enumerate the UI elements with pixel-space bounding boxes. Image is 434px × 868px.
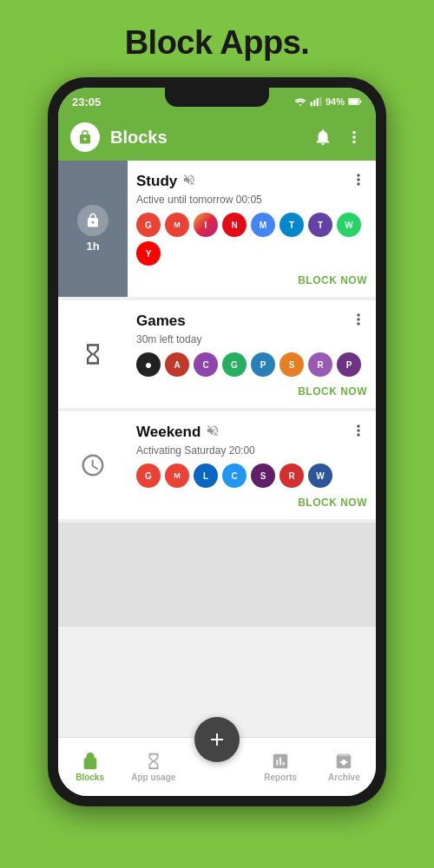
study-mute-icon	[182, 173, 196, 190]
app-bar-actions	[313, 128, 364, 147]
weekend-app-icons: G M L C S R W	[136, 464, 367, 488]
games-title: Games	[136, 312, 186, 330]
app-icon-game1: ●	[136, 352, 161, 377]
app-icon-chrome: G	[136, 213, 161, 237]
phone-notch	[165, 88, 269, 107]
app-icon-gdrive: G	[136, 464, 161, 488]
study-card: 1h Study Active until	[58, 161, 376, 297]
games-block-now-row: BLOCK NOW	[136, 382, 367, 401]
app-icon-game7: R	[308, 352, 332, 377]
app-icon-instagram: I	[194, 213, 218, 237]
weekend-card-left	[58, 411, 128, 519]
app-icon-youtube: Y	[136, 241, 161, 266]
app-icon-slack: S	[251, 464, 275, 488]
weekend-card-right: Weekend Activating Saturday 20:00 G M	[128, 411, 376, 519]
weekend-clock-icon	[77, 450, 108, 481]
wifi-icon	[294, 96, 306, 107]
study-card-header: Study	[136, 171, 367, 192]
app-icon-game5: P	[251, 352, 275, 377]
app-icon-gmail2: M	[165, 464, 189, 488]
weekend-title: Weekend	[136, 424, 201, 441]
study-card-left: 1h	[58, 161, 128, 297]
weekend-title-row: Weekend	[136, 424, 220, 441]
study-card-right: Study Active until tomorrow 00:05 G M	[128, 161, 376, 297]
games-hourglass-icon	[77, 339, 108, 370]
battery-text: 94%	[326, 96, 345, 107]
study-subtitle: Active until tomorrow 00:05	[136, 194, 367, 206]
app-bar-lock-icon	[70, 122, 100, 152]
nav-app-usage[interactable]: App usage	[122, 738, 185, 796]
weekend-subtitle: Activating Saturday 20:00	[136, 444, 367, 457]
status-icons: 94%	[294, 96, 362, 107]
app-icon-twitch: T	[308, 213, 332, 237]
games-title-row: Games	[136, 312, 186, 330]
app-icon-game6: S	[279, 352, 304, 377]
nav-reports-label: Reports	[264, 773, 297, 782]
weekend-mute-icon	[206, 424, 220, 441]
nav-archive[interactable]: Archive	[312, 738, 376, 796]
app-bar-title: Blocks	[110, 128, 303, 148]
games-more-icon[interactable]	[350, 311, 367, 332]
weekend-block-now-button[interactable]: BLOCK NOW	[298, 493, 367, 512]
nav-blocks-label: Blocks	[76, 773, 104, 782]
app-icon-game4: G	[222, 352, 247, 377]
app-icon-linkedin: L	[194, 464, 218, 488]
app-icon-game2: A	[165, 352, 189, 377]
weekend-more-icon[interactable]	[350, 422, 367, 443]
games-card-left	[58, 300, 128, 408]
games-card: Games 30m left today ● A C G P S	[58, 300, 376, 408]
nav-reports[interactable]: Reports	[249, 738, 312, 796]
battery-icon	[348, 96, 362, 107]
svg-rect-1	[313, 100, 315, 106]
app-icon-gmail: M	[165, 213, 189, 237]
study-title: Study	[136, 173, 177, 190]
svg-rect-3	[319, 97, 321, 107]
app-bar: Blocks	[58, 114, 376, 161]
phone-frame: 23:05 94%	[48, 77, 386, 806]
empty-area	[58, 523, 376, 627]
study-title-row: Study	[136, 173, 196, 190]
weekend-card: Weekend Activating Saturday 20:00 G M	[58, 411, 376, 519]
weekend-card-header: Weekend	[136, 422, 367, 443]
app-icon-maps: M	[251, 213, 275, 237]
games-block-now-button[interactable]: BLOCK NOW	[298, 382, 367, 401]
study-app-icons: G M I N M T T W Y	[136, 213, 367, 266]
study-block-now-row: BLOCK NOW	[136, 271, 367, 290]
app-icon-netflix: N	[222, 213, 247, 237]
signal-icon	[310, 96, 322, 107]
svg-rect-0	[311, 102, 312, 107]
app-icon-word: W	[308, 464, 332, 488]
nav-archive-label: Archive	[328, 773, 360, 782]
app-icon-game8: P	[337, 352, 361, 377]
app-icon-whatsapp: W	[337, 213, 361, 237]
study-more-icon[interactable]	[350, 171, 367, 192]
svg-rect-6	[359, 101, 361, 103]
weekend-block-now-row: BLOCK NOW	[136, 493, 367, 512]
app-icon-game3: C	[194, 352, 218, 377]
svg-rect-2	[317, 98, 319, 106]
study-block-now-button[interactable]: BLOCK NOW	[298, 271, 367, 290]
status-time: 23:05	[72, 95, 101, 108]
bottom-nav: Blocks App usage Reports Archive	[58, 737, 376, 796]
more-options-icon[interactable]	[345, 128, 364, 147]
svg-rect-5	[349, 99, 358, 103]
app-icon-cloud: C	[222, 464, 247, 488]
games-card-header: Games	[136, 311, 367, 332]
study-time-label: 1h	[86, 240, 99, 253]
nav-blocks[interactable]: Blocks	[58, 738, 122, 796]
games-app-icons: ● A C G P S R P	[136, 352, 367, 377]
page-title: Block Apps.	[125, 24, 310, 62]
fab-button[interactable]	[194, 717, 240, 762]
games-subtitle: 30m left today	[136, 333, 367, 345]
notification-icon[interactable]	[313, 128, 332, 147]
app-icon-read: R	[279, 464, 304, 488]
nav-app-usage-label: App usage	[131, 773, 175, 782]
study-lock-icon	[77, 205, 108, 236]
app-icon-telegram: T	[279, 213, 304, 237]
content-area: 1h Study Active until	[58, 161, 376, 737]
games-card-right: Games 30m left today ● A C G P S	[128, 300, 376, 408]
